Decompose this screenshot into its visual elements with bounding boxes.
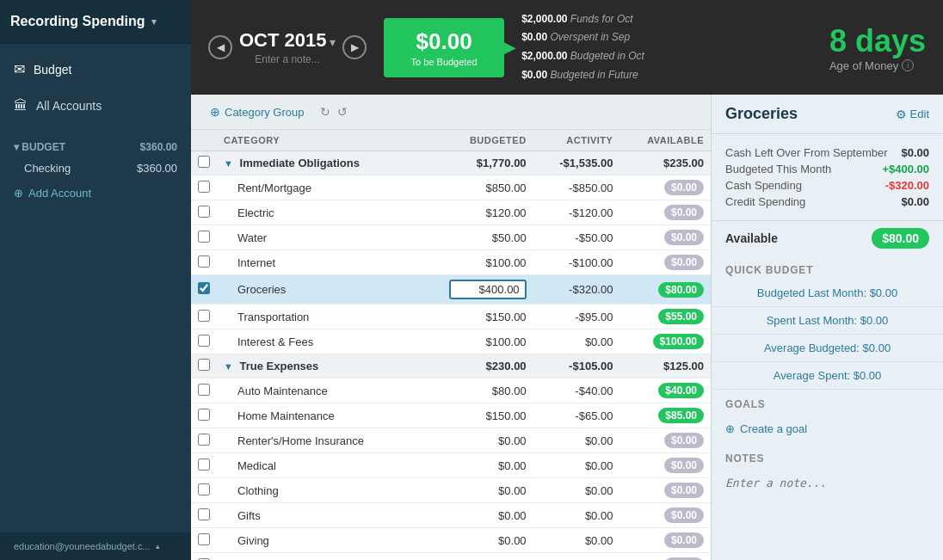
table-row[interactable]: Rent/Mortgage $850.00 -$850.00 $0.00 [191, 175, 711, 200]
cash-leftover-label: Cash Left Over From September [725, 146, 888, 159]
row-checkbox[interactable] [198, 310, 210, 322]
quick-budget-item[interactable]: Average Spent: $0.00 [712, 362, 943, 390]
row-checkbox[interactable] [198, 508, 210, 520]
sidebar-checking-account[interactable]: Checking $360.00 [0, 157, 191, 180]
notes-input[interactable] [725, 477, 929, 528]
budgeted-value: $0.00 [498, 534, 527, 547]
category-group-button[interactable]: ⊕ Category Group [201, 102, 313, 122]
category-group-label: Category Group [225, 106, 305, 119]
quick-budget-section: Budgeted Last Month: $0.00Spent Last Mon… [712, 280, 943, 390]
info-icon[interactable]: i [902, 59, 914, 71]
table-row[interactable]: Medical $0.00 $0.00 $0.00 [191, 453, 711, 478]
create-goal-icon: ⊕ [725, 422, 735, 435]
row-checkbox[interactable] [198, 458, 210, 471]
row-activity: -$320.00 [533, 275, 620, 305]
row-checkbox[interactable] [198, 335, 210, 347]
group-available: $235.00 [619, 151, 711, 175]
row-budgeted: $0.00 [416, 478, 533, 503]
footer-email: education@youneedabudget.c... [14, 541, 151, 551]
age-days: 8 days [829, 23, 926, 59]
budgeted-value: $850.00 [486, 182, 527, 194]
group-name-cell: ▼ Immediate Obligations [217, 151, 416, 175]
table-row[interactable]: Home Maintenance $150.00 -$65.00 $85.00 [191, 403, 711, 428]
sidebar-header[interactable]: Recording Spending ▾ [0, 0, 191, 44]
budgeted-input[interactable] [449, 280, 527, 299]
header-available: AVAILABLE [619, 130, 711, 151]
budget-table: CATEGORY BUDGETED ACTIVITY AVAILABLE ▼ I… [191, 130, 711, 560]
table-row[interactable]: Giving $0.00 $0.00 $0.00 [191, 528, 711, 553]
month-display: OCT 2015 ▾ Enter a note... [239, 29, 336, 65]
row-budgeted: $0.00 [416, 553, 533, 561]
add-account-button[interactable]: ⊕ Add Account [0, 180, 191, 206]
add-account-label: Add Account [28, 187, 91, 200]
sidebar-item-all-accounts[interactable]: 🏛 All Accounts [0, 88, 191, 124]
group-toggle[interactable]: ▼ [224, 158, 233, 169]
row-checkbox[interactable] [198, 206, 210, 218]
quick-budget-item[interactable]: Average Budgeted: $0.00 [712, 335, 943, 362]
prev-month-button[interactable]: ◀ [208, 35, 232, 59]
table-row[interactable]: Renter's/Home Insurance $0.00 $0.00 $0.0… [191, 428, 711, 453]
table-row: ▼ True Expenses $230.00 -$105.00 $125.00 [191, 354, 711, 378]
refresh-icon[interactable]: ↻ [320, 105, 330, 119]
row-checkbox[interactable] [198, 231, 210, 243]
available-badge: $40.00 [658, 383, 704, 398]
row-checkbox[interactable] [198, 533, 210, 545]
row-budgeted: $150.00 [416, 305, 533, 329]
row-checkbox-cell [191, 428, 217, 453]
overspent-amount: $0.00 [521, 31, 547, 43]
row-budgeted[interactable] [416, 275, 533, 305]
group-checkbox[interactable] [198, 359, 210, 371]
age-label-text: Age of Money [829, 59, 898, 72]
row-activity: $0.00 [533, 428, 620, 453]
row-checkbox[interactable] [198, 409, 210, 421]
panel-title: Groceries [725, 105, 798, 123]
row-available: $85.00 [619, 403, 711, 428]
next-month-button[interactable]: ▶ [342, 35, 367, 59]
funds-oct-row: $2,000.00 Funds for Oct [521, 10, 644, 29]
funds-oct-amount: $2,000.00 [521, 13, 567, 25]
category-group-icon: ⊕ [210, 105, 220, 119]
month-note[interactable]: Enter a note... [239, 53, 336, 65]
edit-button[interactable]: ⚙ Edit [896, 108, 929, 121]
row-checkbox-cell [191, 225, 217, 250]
create-goal-button[interactable]: ⊕ Create a goal [725, 422, 929, 435]
budgeted-oct-label: Budgeted in Oct [570, 50, 644, 62]
row-name: Giving [217, 528, 416, 553]
table-header-row: CATEGORY BUDGETED ACTIVITY AVAILABLE [191, 130, 711, 151]
table-row[interactable]: Electric $120.00 -$120.00 $0.00 [191, 200, 711, 225]
group-available: $125.00 [619, 354, 711, 378]
table-row[interactable]: Groceries -$320.00 $80.00 [191, 275, 711, 305]
budget-content: ⊕ Category Group ↻ ↺ CATEGORY BUDGETED A… [191, 95, 943, 560]
topbar: ◀ OCT 2015 ▾ Enter a note... ▶ $0.00 To … [191, 0, 943, 95]
quick-budget-item[interactable]: Budgeted Last Month: $0.00 [712, 280, 943, 307]
table-row[interactable]: Internet $100.00 -$100.00 $0.00 [191, 250, 711, 275]
table-row[interactable]: Auto Maintenance $80.00 -$40.00 $40.00 [191, 378, 711, 403]
refresh2-icon[interactable]: ↺ [337, 105, 348, 119]
group-toggle[interactable]: ▼ [224, 361, 233, 372]
row-budgeted: $150.00 [416, 403, 533, 428]
quick-budget-item[interactable]: Spent Last Month: $0.00 [712, 307, 943, 335]
group-activity: -$105.00 [533, 354, 620, 378]
row-checkbox[interactable] [198, 384, 210, 396]
row-activity: $0.00 [533, 329, 620, 354]
table-row[interactable]: Computer Replacement $0.00 $0.00 $0.00 [191, 553, 711, 561]
available-badge: $0.00 [664, 508, 704, 523]
goals-title: GOALS [712, 390, 943, 414]
table-row: ▼ Immediate Obligations $1,770.00 -$1,53… [191, 151, 711, 175]
table-row[interactable]: Gifts $0.00 $0.00 $0.00 [191, 503, 711, 528]
row-checkbox[interactable] [198, 282, 210, 294]
sidebar-budget-label: Budget [34, 63, 71, 77]
row-checkbox[interactable] [198, 181, 210, 193]
credit-spending-label: Credit Spending [725, 195, 805, 208]
sidebar-footer[interactable]: education@youneedabudget.c... ▴ [0, 532, 191, 560]
table-row[interactable]: Transportation $150.00 -$95.00 $55.00 [191, 305, 711, 329]
table-row[interactable]: Interest & Fees $100.00 $0.00 $100.00 [191, 329, 711, 354]
sidebar-item-budget[interactable]: ✉ Budget [0, 51, 191, 88]
row-name: Electric [217, 200, 416, 225]
row-checkbox[interactable] [198, 483, 210, 495]
row-checkbox[interactable] [198, 255, 210, 268]
row-checkbox[interactable] [198, 434, 210, 446]
table-row[interactable]: Clothing $0.00 $0.00 $0.00 [191, 478, 711, 503]
group-checkbox[interactable] [198, 156, 210, 168]
table-row[interactable]: Water $50.00 -$50.00 $0.00 [191, 225, 711, 250]
